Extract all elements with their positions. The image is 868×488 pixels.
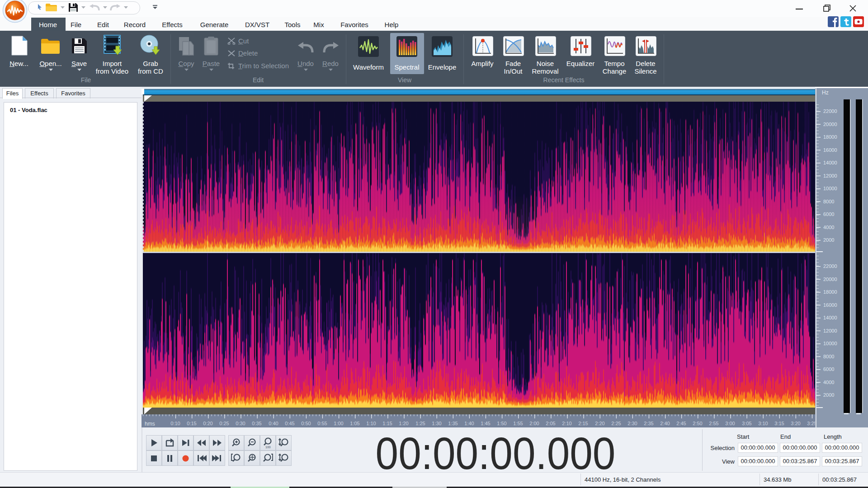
svg-text:18000: 18000 <box>823 289 837 295</box>
svg-text:2000: 2000 <box>823 237 834 243</box>
svg-text:100: 100 <box>265 446 271 449</box>
svg-text:14000: 14000 <box>823 315 837 320</box>
svg-text:10000: 10000 <box>823 341 837 346</box>
svg-text:12000: 12000 <box>823 173 837 178</box>
svg-text:6000: 6000 <box>823 366 834 372</box>
svg-text:16000: 16000 <box>823 147 837 153</box>
svg-text:4000: 4000 <box>823 225 834 230</box>
svg-text:12000: 12000 <box>823 328 837 333</box>
svg-text:4000: 4000 <box>823 380 834 385</box>
svg-text:18000: 18000 <box>823 134 837 140</box>
svg-text:20000: 20000 <box>823 122 837 127</box>
svg-text:8000: 8000 <box>823 199 834 204</box>
svg-text:10000: 10000 <box>823 186 837 191</box>
svg-text:22000: 22000 <box>823 263 837 269</box>
svg-text:2000: 2000 <box>823 392 834 398</box>
svg-text:6000: 6000 <box>823 211 834 217</box>
svg-text:22000: 22000 <box>823 108 837 114</box>
svg-text:14000: 14000 <box>823 160 837 165</box>
svg-text:16000: 16000 <box>823 302 837 308</box>
svg-text:20000: 20000 <box>823 277 837 282</box>
svg-text:8000: 8000 <box>823 354 834 359</box>
